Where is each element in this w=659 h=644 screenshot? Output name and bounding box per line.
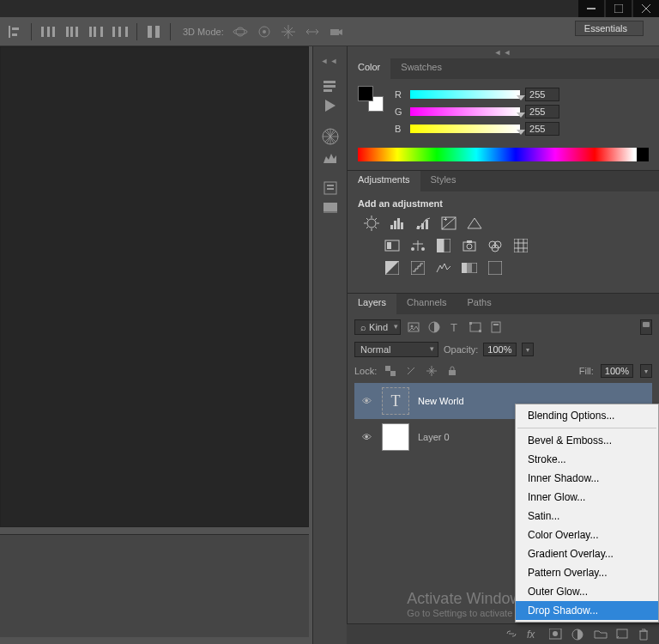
visibility-toggle-icon[interactable]: 👁: [360, 432, 373, 442]
channel-mixer-icon[interactable]: [487, 238, 504, 253]
tab-paths[interactable]: Paths: [457, 294, 502, 314]
tab-styles[interactable]: Styles: [420, 171, 467, 191]
layer-filter-kind-dropdown[interactable]: ⌕ Kind: [354, 319, 401, 335]
curves-icon[interactable]: [414, 216, 432, 231]
lock-all-icon[interactable]: [445, 365, 459, 377]
r-value-input[interactable]: [525, 88, 559, 101]
timeline-panel-collapsed[interactable]: [0, 534, 309, 637]
opacity-flyout-button[interactable]: ▾: [522, 343, 534, 356]
layer-thumbnail[interactable]: [382, 423, 409, 451]
menu-satin[interactable]: Satin...: [516, 507, 658, 526]
layer-name[interactable]: Layer 0: [418, 432, 450, 442]
align-left-icon[interactable]: [7, 24, 22, 39]
camera-icon[interactable]: [329, 24, 344, 39]
layer-mask-icon[interactable]: [549, 629, 563, 641]
adjustment-layer-icon[interactable]: [571, 629, 585, 641]
color-lookup-icon[interactable]: [512, 238, 529, 253]
distribute-h4-icon[interactable]: [112, 24, 128, 39]
workspace-switcher[interactable]: Essentials: [575, 21, 644, 36]
menu-bevel-emboss[interactable]: Bevel & Emboss...: [516, 431, 658, 450]
black-white-icon[interactable]: [435, 238, 452, 253]
panel-resize-handle[interactable]: [0, 529, 312, 534]
group-icon[interactable]: [594, 629, 608, 641]
brightness-contrast-icon[interactable]: [363, 216, 380, 231]
new-layer-icon[interactable]: [616, 629, 630, 641]
filter-pixel-icon[interactable]: [406, 320, 421, 334]
selective-color-icon[interactable]: [487, 260, 504, 276]
b-value-input[interactable]: [525, 122, 559, 136]
menu-inner-shadow[interactable]: Inner Shadow...: [516, 469, 658, 488]
align-grid-icon[interactable]: [146, 24, 161, 39]
minimize-button[interactable]: [578, 0, 604, 17]
close-button[interactable]: [633, 0, 659, 17]
lock-position-icon[interactable]: [425, 365, 438, 377]
visibility-toggle-icon[interactable]: 👁: [360, 396, 373, 406]
menu-gradient-overlay[interactable]: Gradient Overlay...: [516, 544, 658, 563]
menu-outer-glow[interactable]: Outer Glow...: [516, 582, 658, 601]
distribute-h1-icon[interactable]: [40, 24, 56, 39]
document-canvas[interactable]: [0, 46, 309, 527]
collapse-arrows-icon[interactable]: ◄◄: [348, 46, 659, 58]
lock-image-icon[interactable]: [404, 365, 418, 377]
actions-panel-icon[interactable]: [322, 98, 339, 112]
tab-color[interactable]: Color: [348, 58, 390, 79]
menu-stroke[interactable]: Stroke...: [516, 450, 658, 469]
layer-name[interactable]: New World: [418, 396, 464, 406]
opacity-value[interactable]: 100%: [483, 343, 516, 356]
fill-value[interactable]: 100%: [601, 364, 633, 378]
distribute-h3-icon[interactable]: [88, 24, 104, 39]
toolbar-divider: [170, 23, 171, 40]
tab-layers[interactable]: Layers: [348, 294, 396, 314]
info-panel-icon[interactable]: [322, 201, 339, 213]
properties-panel-icon[interactable]: [322, 180, 339, 196]
slide-icon[interactable]: [305, 24, 320, 39]
maximize-button[interactable]: [606, 0, 632, 17]
exposure-icon[interactable]: [440, 216, 457, 231]
tab-swatches[interactable]: Swatches: [390, 58, 452, 79]
blend-mode-dropdown[interactable]: Normal: [354, 342, 438, 357]
color-spectrum-ramp[interactable]: [358, 148, 649, 161]
filter-toggle[interactable]: [640, 319, 652, 335]
navigator-panel-icon[interactable]: [321, 127, 340, 146]
g-value-input[interactable]: [525, 105, 559, 118]
levels-icon[interactable]: [389, 216, 406, 231]
menu-blending-options[interactable]: Blending Options...: [516, 406, 658, 425]
g-slider[interactable]: [410, 107, 520, 116]
r-slider[interactable]: [410, 90, 520, 99]
filter-type-icon[interactable]: T: [447, 320, 463, 334]
layer-thumbnail[interactable]: T: [382, 387, 409, 415]
fill-flyout-button[interactable]: ▾: [640, 364, 652, 378]
link-layers-icon[interactable]: [505, 629, 518, 641]
histogram-panel-icon[interactable]: [322, 151, 339, 165]
color-balance-icon[interactable]: [409, 238, 426, 253]
menu-drop-shadow[interactable]: Drop Shadow...: [516, 601, 658, 620]
posterize-icon[interactable]: [409, 260, 426, 276]
collapse-arrows-icon[interactable]: ◄◄: [321, 55, 340, 67]
history-panel-icon[interactable]: [322, 79, 339, 93]
tab-channels[interactable]: Channels: [396, 294, 456, 314]
orbit-icon[interactable]: [233, 24, 248, 39]
tab-adjustments[interactable]: Adjustments: [348, 171, 420, 191]
delete-layer-icon[interactable]: [638, 629, 652, 641]
filter-smart-icon[interactable]: [488, 320, 504, 334]
b-slider[interactable]: [410, 125, 520, 133]
menu-color-overlay[interactable]: Color Overlay...: [516, 526, 658, 544]
rotate-icon[interactable]: [257, 24, 272, 39]
distribute-h2-icon[interactable]: [64, 24, 80, 39]
threshold-icon[interactable]: [435, 260, 452, 276]
filter-adjustment-icon[interactable]: [426, 320, 442, 334]
invert-icon[interactable]: [384, 260, 401, 276]
pan-icon[interactable]: [281, 24, 296, 39]
layer-style-icon[interactable]: fx: [527, 629, 541, 641]
foreground-background-swatch[interactable]: [358, 86, 384, 112]
foreground-color-swatch[interactable]: [358, 86, 373, 101]
gradient-map-icon[interactable]: [461, 260, 478, 276]
vibrance-icon[interactable]: [466, 216, 483, 231]
lock-transparency-icon[interactable]: [384, 365, 397, 377]
filter-shape-icon[interactable]: [468, 320, 483, 334]
hue-sat-icon[interactable]: [384, 238, 401, 253]
photo-filter-icon[interactable]: [461, 238, 478, 253]
menu-pattern-overlay[interactable]: Pattern Overlay...: [516, 563, 658, 582]
type-layer-icon: T: [391, 392, 401, 410]
menu-inner-glow[interactable]: Inner Glow...: [516, 488, 658, 507]
